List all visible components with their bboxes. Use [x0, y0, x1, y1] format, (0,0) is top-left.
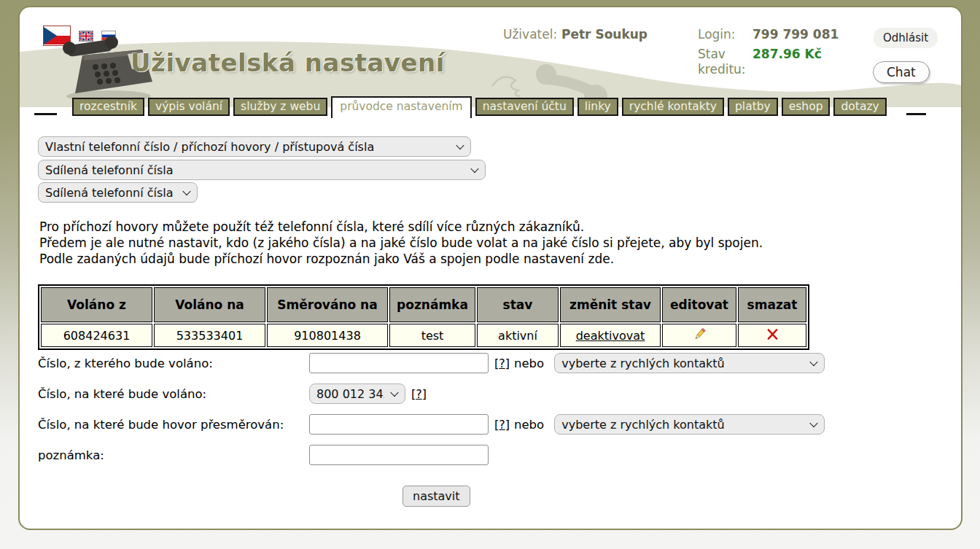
- credit-label: Stav kreditu:: [698, 47, 756, 77]
- logout-button[interactable]: Odhlásit: [874, 28, 938, 48]
- cell-editovat: [662, 324, 736, 347]
- subsubcategory-select[interactable]: Sdílená telefonní čísla: [38, 182, 198, 203]
- col-poznamka: poznámka: [389, 287, 475, 322]
- cell-smerovano-na: 910801438: [267, 324, 388, 347]
- redirect-label: Číslo, na které bude hovor přesměrován:: [38, 418, 309, 432]
- note-label: poznámka:: [38, 448, 309, 462]
- tab-rozcestnik[interactable]: rozcestník: [72, 98, 144, 116]
- called-from-label: Číslo, z kterého bude voláno:: [38, 357, 309, 370]
- or-label: nebo: [514, 418, 544, 432]
- subcategory-select[interactable]: Sdílená telefonní čísla: [38, 160, 486, 180]
- tab-platby[interactable]: platby: [728, 98, 778, 116]
- login-label: Login:: [698, 27, 736, 42]
- col-volano-z: Voláno z: [41, 287, 152, 322]
- login-value: 799 799 081: [752, 27, 839, 42]
- nav-tabs: rozcestník výpis volání služby z webu pr…: [72, 98, 887, 118]
- cell-smazat: [738, 324, 806, 347]
- help-bracket-close: ]: [505, 418, 510, 432]
- page-title: Uživatelská nastavení: [131, 48, 445, 77]
- form-row-note: poznámka:: [38, 445, 942, 465]
- pencil-icon[interactable]: [693, 327, 707, 341]
- form-row-redirect: Číslo, na které bude hovor přesměrován: …: [38, 414, 942, 435]
- quick-contacts-select-redirect[interactable]: vyberte z rychlých kontaktů: [554, 414, 825, 435]
- cell-volano-na: 533533401: [154, 324, 265, 347]
- help-redirect: [?]: [494, 418, 510, 432]
- cell-volano-z: 608424631: [41, 324, 152, 347]
- chat-button[interactable]: Chat: [873, 61, 930, 83]
- call-setup-form: Číslo, z kterého bude voláno: [?] nebo v…: [38, 353, 942, 507]
- intro-line-2: Předem je ale nutné nastavit, kdo (z jak…: [39, 235, 763, 251]
- tab-dotazy[interactable]: dotazy: [833, 98, 886, 116]
- intro-line-1: Pro příchozí hovory můžete použít též te…: [39, 219, 763, 235]
- credit-value: 287.96 Kč: [752, 47, 822, 61]
- access-number-select[interactable]: 800 012 345: [309, 383, 405, 404]
- tab-rychle-kontakty[interactable]: rychlé kontakty: [622, 98, 724, 116]
- help-link-called-to[interactable]: ?: [416, 387, 422, 401]
- category-select[interactable]: Vlastní telefonní číslo / příchozí hovor…: [38, 136, 471, 157]
- shared-numbers-table: Voláno z Voláno na Směrováno na poznámka…: [38, 284, 809, 350]
- cell-stav: aktivní: [477, 324, 559, 347]
- red-x-icon[interactable]: [766, 328, 779, 340]
- intro-text: Pro příchozí hovory můžete použít též te…: [39, 219, 763, 267]
- tabline-left: [34, 113, 57, 115]
- tab-vypis-volani[interactable]: výpis volání: [148, 98, 230, 116]
- col-smazat: smazat: [738, 287, 806, 322]
- help-link-redirect[interactable]: ?: [499, 418, 505, 432]
- tab-eshop[interactable]: eshop: [782, 98, 831, 116]
- form-row-called-to: Číslo, na které bude voláno: 800 012 345…: [38, 383, 942, 404]
- col-editovat: editovat: [662, 287, 736, 322]
- redirect-input[interactable]: [309, 414, 489, 435]
- tab-pruvodce-nastavenim[interactable]: průvodce nastavením: [331, 96, 471, 118]
- help-link-called-from[interactable]: ?: [499, 357, 505, 370]
- deactivate-link[interactable]: deaktivovat: [576, 329, 645, 343]
- nav-tabbar: rozcestník výpis volání služby z webu pr…: [20, 98, 961, 124]
- or-label: nebo: [514, 357, 544, 370]
- help-called-from: [?]: [494, 357, 510, 370]
- help-called-to: [?]: [411, 387, 427, 401]
- tab-sluzby-z-webu[interactable]: služby z webu: [233, 98, 327, 116]
- called-to-label: Číslo, na které bude voláno:: [38, 387, 309, 401]
- called-from-input[interactable]: [309, 353, 489, 373]
- form-row-called-from: Číslo, z kterého bude voláno: [?] nebo v…: [38, 353, 942, 373]
- main-panel: Uživatelská nastavení Uživatel: Petr Sou…: [18, 6, 962, 530]
- quick-contacts-select-from[interactable]: vyberte z rychlých kontaktů: [554, 353, 825, 373]
- col-volano-na: Voláno na: [154, 287, 265, 322]
- col-smerovano-na: Směrováno na: [267, 287, 388, 322]
- tab-linky[interactable]: linky: [578, 98, 618, 116]
- help-bracket-close: ]: [422, 387, 427, 401]
- note-input[interactable]: [309, 445, 489, 465]
- help-bracket-close: ]: [505, 357, 510, 370]
- table-header-row: Voláno z Voláno na Směrováno na poznámka…: [41, 287, 806, 322]
- tabline-right: [906, 113, 926, 115]
- cell-poznamka: test: [389, 324, 475, 347]
- col-zmenit-stav: změnit stav: [560, 287, 661, 322]
- tab-nastaveni-uctu[interactable]: nastavení účtu: [475, 98, 574, 116]
- intro-line-3: Podle zadaných údajů bude příchozí hovor…: [39, 251, 763, 267]
- user-label: Uživatel:: [503, 27, 557, 42]
- submit-button[interactable]: nastavit: [402, 486, 470, 507]
- col-stav: stav: [477, 287, 559, 322]
- user-name: Petr Soukup: [561, 27, 648, 42]
- table-row: 608424631 533533401 910801438 test aktiv…: [41, 324, 806, 347]
- cell-zmenit-stav: deaktivovat: [560, 324, 661, 347]
